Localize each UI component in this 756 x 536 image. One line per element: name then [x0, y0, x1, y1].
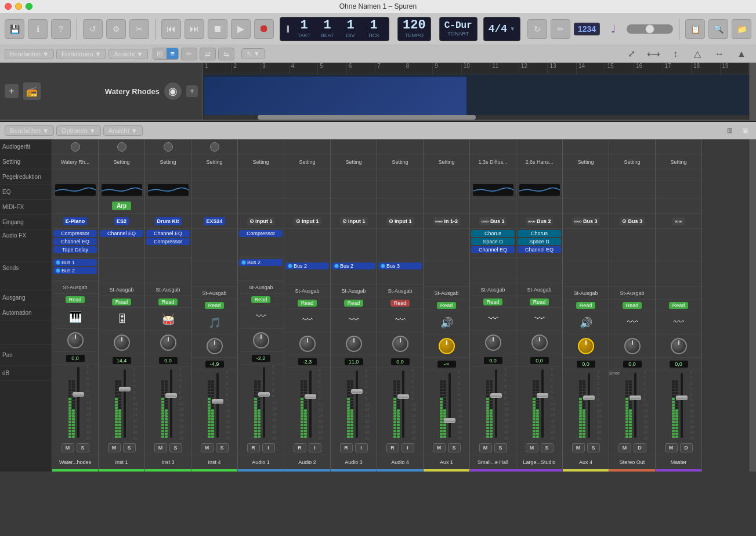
ausgang-inst3[interactable]: St-Ausgab	[145, 283, 191, 296]
db-display-inst3[interactable]: 0,0	[145, 354, 191, 367]
track-level-knob[interactable]: ◉	[164, 82, 182, 100]
db-display-audio3[interactable]: 11,0	[331, 355, 377, 368]
eingang-aux1[interactable]: ∞∞ In 1-2	[424, 214, 469, 229]
eq-audio3[interactable]	[331, 181, 377, 199]
ausgang-inst1[interactable]: St-Ausgab	[99, 283, 144, 296]
pan-knob-audio4[interactable]	[377, 332, 423, 355]
setting-inst1[interactable]: Setting	[99, 154, 144, 170]
time-sig-display[interactable]: 4/4 ▼	[483, 17, 520, 41]
midifx-inst4[interactable]	[191, 199, 237, 214]
fader-handle-audio1[interactable]	[258, 392, 270, 397]
pencil-button[interactable]: ✏	[551, 19, 570, 39]
db-display-large-studio[interactable]: 0,0	[516, 354, 562, 367]
tempo-display[interactable]: 120 TEMPO	[397, 17, 431, 41]
audiofx-aux1[interactable]	[424, 229, 469, 261]
help-button[interactable]: ?	[51, 19, 71, 39]
cycle-button[interactable]: ↻	[527, 19, 547, 39]
eingang-audio1[interactable]: ⊙ Input 1	[238, 214, 284, 229]
setting-audio1[interactable]: Setting	[238, 154, 284, 170]
solo-button-large-studio[interactable]: S	[541, 443, 554, 452]
midifx-audio4[interactable]	[377, 199, 423, 214]
pan-knob-inst4[interactable]	[191, 334, 237, 358]
sends-inst4[interactable]	[191, 261, 237, 287]
add-track-button[interactable]: +	[5, 84, 19, 98]
automation-audio1[interactable]: Read	[238, 294, 284, 305]
solo-button-inst1[interactable]: S	[123, 443, 136, 452]
zoom-level-icon[interactable]: ▲	[732, 44, 751, 64]
solo-button-audio3[interactable]: I	[355, 443, 368, 452]
eq-inst4[interactable]	[191, 181, 237, 199]
edit-mode-btn[interactable]: ✏	[181, 48, 197, 60]
zoom-h-icon[interactable]: ↔	[710, 44, 729, 64]
mute-button-audio4[interactable]: R	[386, 443, 399, 452]
setting-small-e-hall[interactable]: 1,3s Diffus...	[470, 154, 516, 170]
position-display[interactable]: ▐ 1 TAKT 1 BEAT 1 DIV 1 TICK	[280, 17, 389, 41]
ausgang-audio3[interactable]: St-Ausgab	[331, 285, 377, 297]
mute-button-master[interactable]: M	[665, 443, 678, 452]
track-add-btn[interactable]: +	[186, 85, 198, 97]
sends-audio4[interactable]: Bus 3	[377, 261, 423, 285]
sends-audio2[interactable]: Bus 2	[284, 261, 330, 285]
mute-button-aux1[interactable]: M	[433, 443, 446, 452]
mute-button-audio1[interactable]: R	[247, 443, 260, 452]
eingang-stereo-out[interactable]: ⊙ Bus 3	[609, 214, 655, 229]
midifx-large-studio[interactable]	[516, 199, 562, 214]
db-display-inst1[interactable]: 14,4	[99, 354, 144, 367]
setting-watery-rhodes[interactable]: Watery Rh...	[52, 154, 98, 170]
record-button[interactable]: ⏺	[254, 19, 274, 39]
close-button[interactable]	[5, 3, 12, 10]
audiofx-watery-rhodes[interactable]: CompressorChannel EQTape Delay	[52, 229, 98, 258]
solo-button-aux1[interactable]: S	[448, 443, 461, 452]
midifx-master[interactable]	[656, 199, 701, 214]
sends-inst1[interactable]	[99, 258, 144, 283]
audiofx-audio2[interactable]	[284, 229, 330, 261]
audiofx-audio4[interactable]	[377, 229, 423, 261]
db-display-audio1[interactable]: -2,2	[238, 352, 284, 365]
fader-handle-master[interactable]	[676, 395, 688, 400]
track-clip[interactable]	[204, 77, 466, 116]
ausgang-audio2[interactable]: St-Ausgab	[284, 285, 330, 297]
mute-button-large-studio[interactable]: M	[526, 443, 538, 452]
media-browser-button[interactable]: 📁	[732, 19, 751, 39]
list-view-btn[interactable]: ≡	[167, 48, 178, 59]
solo-button-inst4[interactable]: S	[216, 443, 229, 452]
solo-button-stereo-out[interactable]: D	[634, 443, 646, 452]
pan-knob-audio1[interactable]	[238, 329, 284, 352]
solo-button-audio1[interactable]: I	[262, 443, 275, 452]
maximize-button[interactable]	[26, 3, 32, 10]
sends-audio3[interactable]: Bus 2	[331, 261, 377, 285]
pan-knob-large-studio[interactable]	[516, 331, 562, 354]
sends-small-e-hall[interactable]	[470, 258, 516, 283]
fader-handle-small-e-hall[interactable]	[490, 393, 502, 398]
automation-aux4[interactable]: Read	[563, 300, 609, 311]
audiofx-inst3[interactable]: Channel EQCompressor	[145, 229, 191, 258]
fader-handle-large-studio[interactable]	[537, 393, 548, 398]
ausgang-large-studio[interactable]: St-Ausgab	[516, 283, 562, 296]
solo-button-inst3[interactable]: S	[169, 443, 182, 452]
minimize-button[interactable]	[15, 3, 22, 10]
automation-stereo-out[interactable]: Read	[609, 300, 655, 311]
play-button[interactable]: ▶	[231, 19, 251, 39]
mute-button-inst4[interactable]: M	[201, 443, 214, 452]
eingang-inst3[interactable]: Drum Kit	[145, 214, 191, 229]
mixer-cols-icon[interactable]: ⊞	[724, 124, 736, 137]
info-button[interactable]: ℹ	[28, 19, 48, 39]
audiofx-small-e-hall[interactable]: ChorusSpace DChannel EQ	[470, 229, 516, 258]
mute-button-inst1[interactable]: M	[108, 443, 121, 452]
fast-forward-button[interactable]: ⏭	[185, 19, 204, 39]
sends-master[interactable]	[656, 261, 701, 287]
mute-button-aux4[interactable]: M	[572, 443, 585, 452]
eingang-audio3[interactable]: ⊙ Input 1	[331, 214, 377, 229]
setting-audio3[interactable]: Setting	[331, 154, 377, 170]
mute-button-inst3[interactable]: M	[154, 443, 167, 452]
pan-knob-audio2[interactable]	[284, 332, 330, 355]
top-bearbeiten-menu[interactable]: Bearbeiten ▼	[5, 49, 54, 59]
ausgang-aux4[interactable]: St-Ausgab	[563, 287, 609, 300]
zoom-v-icon[interactable]: ↕	[665, 44, 685, 64]
solo-button-watery-rhodes[interactable]: S	[77, 443, 89, 452]
search-button[interactable]: 🔍	[708, 19, 728, 39]
ausgang-audio4[interactable]: St-Ausgab	[377, 285, 423, 297]
setting-audio2[interactable]: Setting	[284, 154, 330, 170]
solo-button-audio4[interactable]: I	[401, 443, 414, 452]
midifx-aux4[interactable]	[563, 199, 609, 214]
